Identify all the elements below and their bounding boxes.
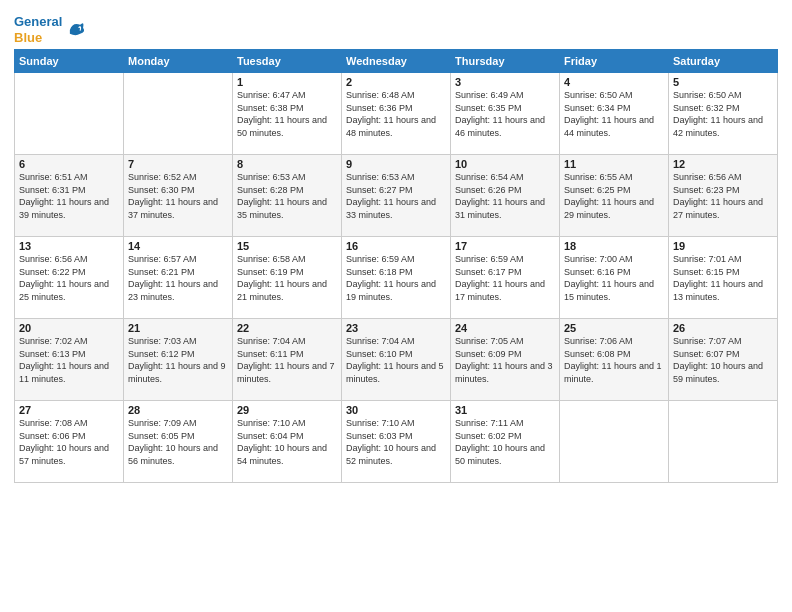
header-sunday: Sunday — [15, 50, 124, 73]
day-number: 22 — [237, 322, 337, 334]
day-cell: 26Sunrise: 7:07 AMSunset: 6:07 PMDayligh… — [669, 319, 778, 401]
day-info: Sunrise: 7:04 AMSunset: 6:10 PMDaylight:… — [346, 335, 446, 385]
header-wednesday: Wednesday — [342, 50, 451, 73]
day-info: Sunrise: 7:00 AMSunset: 6:16 PMDaylight:… — [564, 253, 664, 303]
day-number: 21 — [128, 322, 228, 334]
day-info: Sunrise: 7:06 AMSunset: 6:08 PMDaylight:… — [564, 335, 664, 385]
day-cell: 15Sunrise: 6:58 AMSunset: 6:19 PMDayligh… — [233, 237, 342, 319]
header-monday: Monday — [124, 50, 233, 73]
day-info: Sunrise: 6:47 AMSunset: 6:38 PMDaylight:… — [237, 89, 337, 139]
day-cell: 17Sunrise: 6:59 AMSunset: 6:17 PMDayligh… — [451, 237, 560, 319]
day-number: 27 — [19, 404, 119, 416]
day-cell: 22Sunrise: 7:04 AMSunset: 6:11 PMDayligh… — [233, 319, 342, 401]
day-number: 2 — [346, 76, 446, 88]
day-info: Sunrise: 6:55 AMSunset: 6:25 PMDaylight:… — [564, 171, 664, 221]
day-number: 17 — [455, 240, 555, 252]
day-cell: 5Sunrise: 6:50 AMSunset: 6:32 PMDaylight… — [669, 73, 778, 155]
calendar-page: GeneralBlue SundayMondayTuesdayWednesday… — [0, 0, 792, 612]
day-number: 7 — [128, 158, 228, 170]
day-number: 5 — [673, 76, 773, 88]
day-number: 4 — [564, 76, 664, 88]
days-header-row: SundayMondayTuesdayWednesdayThursdayFrid… — [15, 50, 778, 73]
day-info: Sunrise: 7:10 AMSunset: 6:03 PMDaylight:… — [346, 417, 446, 467]
day-cell: 12Sunrise: 6:56 AMSunset: 6:23 PMDayligh… — [669, 155, 778, 237]
day-number: 18 — [564, 240, 664, 252]
day-info: Sunrise: 7:04 AMSunset: 6:11 PMDaylight:… — [237, 335, 337, 385]
day-info: Sunrise: 7:09 AMSunset: 6:05 PMDaylight:… — [128, 417, 228, 467]
day-info: Sunrise: 6:54 AMSunset: 6:26 PMDaylight:… — [455, 171, 555, 221]
day-cell: 28Sunrise: 7:09 AMSunset: 6:05 PMDayligh… — [124, 401, 233, 483]
day-cell: 2Sunrise: 6:48 AMSunset: 6:36 PMDaylight… — [342, 73, 451, 155]
day-number: 8 — [237, 158, 337, 170]
day-info: Sunrise: 6:48 AMSunset: 6:36 PMDaylight:… — [346, 89, 446, 139]
day-number: 14 — [128, 240, 228, 252]
day-number: 3 — [455, 76, 555, 88]
header-tuesday: Tuesday — [233, 50, 342, 73]
day-number: 13 — [19, 240, 119, 252]
header-thursday: Thursday — [451, 50, 560, 73]
calendar-table: SundayMondayTuesdayWednesdayThursdayFrid… — [14, 49, 778, 483]
day-number: 26 — [673, 322, 773, 334]
day-cell: 23Sunrise: 7:04 AMSunset: 6:10 PMDayligh… — [342, 319, 451, 401]
day-cell: 1Sunrise: 6:47 AMSunset: 6:38 PMDaylight… — [233, 73, 342, 155]
day-info: Sunrise: 6:59 AMSunset: 6:17 PMDaylight:… — [455, 253, 555, 303]
day-cell: 6Sunrise: 6:51 AMSunset: 6:31 PMDaylight… — [15, 155, 124, 237]
day-cell: 27Sunrise: 7:08 AMSunset: 6:06 PMDayligh… — [15, 401, 124, 483]
day-cell: 19Sunrise: 7:01 AMSunset: 6:15 PMDayligh… — [669, 237, 778, 319]
day-number: 6 — [19, 158, 119, 170]
day-number: 30 — [346, 404, 446, 416]
day-cell — [124, 73, 233, 155]
week-row-2: 6Sunrise: 6:51 AMSunset: 6:31 PMDaylight… — [15, 155, 778, 237]
day-cell: 3Sunrise: 6:49 AMSunset: 6:35 PMDaylight… — [451, 73, 560, 155]
day-info: Sunrise: 6:50 AMSunset: 6:34 PMDaylight:… — [564, 89, 664, 139]
day-cell: 14Sunrise: 6:57 AMSunset: 6:21 PMDayligh… — [124, 237, 233, 319]
day-info: Sunrise: 6:51 AMSunset: 6:31 PMDaylight:… — [19, 171, 119, 221]
day-cell: 29Sunrise: 7:10 AMSunset: 6:04 PMDayligh… — [233, 401, 342, 483]
day-info: Sunrise: 6:53 AMSunset: 6:27 PMDaylight:… — [346, 171, 446, 221]
page-header: GeneralBlue — [14, 10, 778, 45]
day-number: 1 — [237, 76, 337, 88]
day-cell — [560, 401, 669, 483]
day-info: Sunrise: 6:50 AMSunset: 6:32 PMDaylight:… — [673, 89, 773, 139]
day-number: 29 — [237, 404, 337, 416]
day-cell: 11Sunrise: 6:55 AMSunset: 6:25 PMDayligh… — [560, 155, 669, 237]
day-cell: 10Sunrise: 6:54 AMSunset: 6:26 PMDayligh… — [451, 155, 560, 237]
day-number: 31 — [455, 404, 555, 416]
day-info: Sunrise: 6:49 AMSunset: 6:35 PMDaylight:… — [455, 89, 555, 139]
day-number: 9 — [346, 158, 446, 170]
day-number: 23 — [346, 322, 446, 334]
day-cell: 25Sunrise: 7:06 AMSunset: 6:08 PMDayligh… — [560, 319, 669, 401]
day-cell: 9Sunrise: 6:53 AMSunset: 6:27 PMDaylight… — [342, 155, 451, 237]
day-number: 12 — [673, 158, 773, 170]
day-cell: 18Sunrise: 7:00 AMSunset: 6:16 PMDayligh… — [560, 237, 669, 319]
day-cell — [15, 73, 124, 155]
day-info: Sunrise: 7:10 AMSunset: 6:04 PMDaylight:… — [237, 417, 337, 467]
day-cell: 4Sunrise: 6:50 AMSunset: 6:34 PMDaylight… — [560, 73, 669, 155]
day-cell: 21Sunrise: 7:03 AMSunset: 6:12 PMDayligh… — [124, 319, 233, 401]
day-info: Sunrise: 6:53 AMSunset: 6:28 PMDaylight:… — [237, 171, 337, 221]
logo: GeneralBlue — [14, 14, 86, 45]
logo-text: GeneralBlue — [14, 14, 62, 45]
day-info: Sunrise: 7:11 AMSunset: 6:02 PMDaylight:… — [455, 417, 555, 467]
day-info: Sunrise: 6:59 AMSunset: 6:18 PMDaylight:… — [346, 253, 446, 303]
week-row-5: 27Sunrise: 7:08 AMSunset: 6:06 PMDayligh… — [15, 401, 778, 483]
week-row-1: 1Sunrise: 6:47 AMSunset: 6:38 PMDaylight… — [15, 73, 778, 155]
day-info: Sunrise: 6:56 AMSunset: 6:23 PMDaylight:… — [673, 171, 773, 221]
day-cell: 7Sunrise: 6:52 AMSunset: 6:30 PMDaylight… — [124, 155, 233, 237]
day-number: 24 — [455, 322, 555, 334]
day-info: Sunrise: 7:02 AMSunset: 6:13 PMDaylight:… — [19, 335, 119, 385]
day-info: Sunrise: 6:56 AMSunset: 6:22 PMDaylight:… — [19, 253, 119, 303]
week-row-4: 20Sunrise: 7:02 AMSunset: 6:13 PMDayligh… — [15, 319, 778, 401]
logo-icon — [64, 19, 86, 41]
day-info: Sunrise: 6:52 AMSunset: 6:30 PMDaylight:… — [128, 171, 228, 221]
day-info: Sunrise: 7:08 AMSunset: 6:06 PMDaylight:… — [19, 417, 119, 467]
day-number: 10 — [455, 158, 555, 170]
week-row-3: 13Sunrise: 6:56 AMSunset: 6:22 PMDayligh… — [15, 237, 778, 319]
header-saturday: Saturday — [669, 50, 778, 73]
day-number: 28 — [128, 404, 228, 416]
day-number: 19 — [673, 240, 773, 252]
day-info: Sunrise: 7:03 AMSunset: 6:12 PMDaylight:… — [128, 335, 228, 385]
day-cell: 30Sunrise: 7:10 AMSunset: 6:03 PMDayligh… — [342, 401, 451, 483]
day-cell: 16Sunrise: 6:59 AMSunset: 6:18 PMDayligh… — [342, 237, 451, 319]
day-number: 16 — [346, 240, 446, 252]
